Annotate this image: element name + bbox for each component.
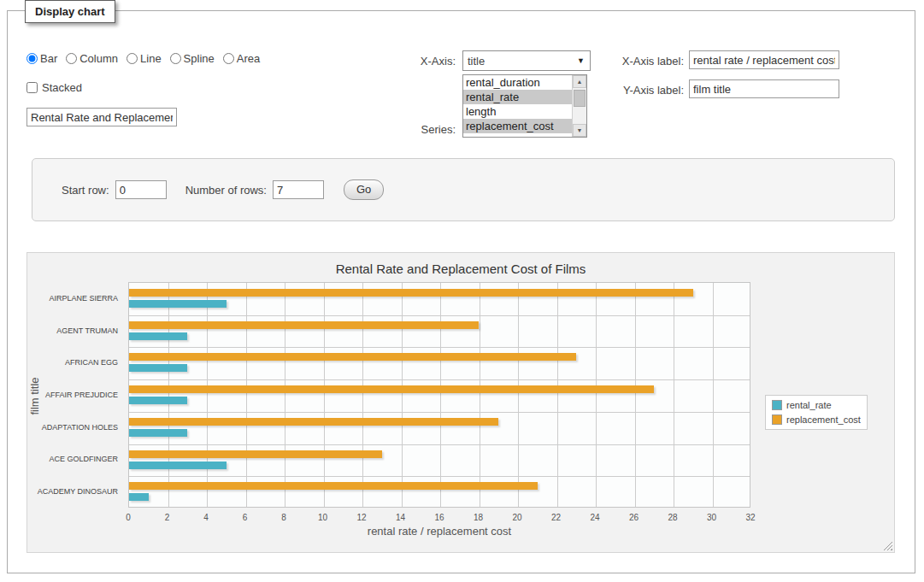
y-axis-label-input[interactable] <box>689 79 839 98</box>
bar-replacement_cost <box>129 353 576 361</box>
bar-replacement_cost <box>129 418 498 426</box>
chart-type-label-line: Line <box>140 52 162 65</box>
bar-replacement_cost <box>129 450 382 458</box>
chart-type-label-area: Area <box>237 52 260 65</box>
bar-replacement_cost <box>129 482 538 490</box>
panel-title: Display chart <box>25 0 115 23</box>
plot-area <box>128 282 750 508</box>
gridline <box>129 476 750 477</box>
display-chart-panel: Display chart BarColumnLineSplineArea St… <box>7 10 915 573</box>
x-axis-label-caption: X-Axis label: <box>568 55 684 68</box>
chart-type-area[interactable]: Area <box>223 52 260 65</box>
gridline <box>129 444 750 445</box>
gridline <box>129 315 750 316</box>
chart-type-label-spline: Spline <box>184 52 215 65</box>
bar-rental_rate <box>129 397 187 404</box>
chart-type-label-column: Column <box>79 52 118 65</box>
start-row-input[interactable] <box>115 180 167 199</box>
y-tick-label: AGENT TRUMAN <box>56 326 118 335</box>
y-tick-label: ADAPTATION HOLES <box>42 423 118 432</box>
y-tick-label: AFFAIR PREJUDICE <box>45 391 118 399</box>
y-tick-label: AFRICAN EGG <box>65 358 118 367</box>
chart-title: Rental Rate and Replacement Cost of Film… <box>27 262 894 276</box>
x-tick-label: 4 <box>203 513 209 522</box>
x-tick-label: 8 <box>281 513 286 522</box>
chart-type-radio-line[interactable] <box>127 53 138 64</box>
legend-entry-replacement_cost: replacement_cost <box>772 414 861 425</box>
gridline <box>129 379 750 380</box>
x-tick-label: 22 <box>551 513 561 522</box>
x-tick-label: 16 <box>434 513 444 522</box>
chart-legend: rental_ratereplacement_cost <box>765 395 868 430</box>
gridline <box>207 283 208 507</box>
series-options: rental_durationrental_ratelengthreplacem… <box>463 75 572 137</box>
gridline <box>402 283 403 507</box>
stacked-label: Stacked <box>42 81 82 94</box>
legend-swatch-rental_rate <box>772 400 782 410</box>
x-tick-label: 28 <box>668 513 677 522</box>
x-tick-label: 14 <box>396 513 405 522</box>
y-tick-label: AIRPLANE SIERRA <box>49 294 118 303</box>
bar-replacement_cost <box>129 385 654 393</box>
x-tick-label: 6 <box>243 513 248 522</box>
x-tick-label: 10 <box>318 513 327 522</box>
gridline <box>635 283 636 507</box>
chart-type-spline[interactable]: Spline <box>170 52 215 65</box>
gridline <box>362 283 363 507</box>
chart-type-radio-spline[interactable] <box>170 53 181 64</box>
chart-type-radio-bar[interactable] <box>26 53 38 64</box>
chart-title-input[interactable] <box>26 108 177 126</box>
y-axis-tick-labels: AIRPLANE SIERRAAGENT TRUMANAFRICAN EGGAF… <box>27 282 123 508</box>
num-rows-input[interactable] <box>273 180 324 199</box>
legend-label-rental_rate: rental_rate <box>786 400 832 410</box>
gridline <box>129 347 750 348</box>
gridline <box>129 412 750 413</box>
gridline <box>246 283 247 507</box>
gridline <box>557 283 558 507</box>
gridline <box>440 283 441 507</box>
gridline <box>596 283 597 507</box>
x-tick-label: 18 <box>474 513 483 522</box>
resize-handle[interactable] <box>883 541 892 550</box>
bar-rental_rate <box>129 429 187 437</box>
series-option-rental_rate[interactable]: rental_rate <box>463 90 572 104</box>
chart-type-label-bar: Bar <box>40 52 57 65</box>
stacked-checkbox[interactable] <box>26 82 38 93</box>
chart-type-group: BarColumnLineSplineArea <box>26 52 260 65</box>
x-tick-label: 24 <box>590 513 599 522</box>
bar-rental_rate <box>129 332 187 340</box>
legend-label-replacement_cost: replacement_cost <box>786 414 861 425</box>
bar-replacement_cost <box>129 321 479 329</box>
series-option-length[interactable]: length <box>463 104 572 119</box>
chart-type-bar[interactable]: Bar <box>26 52 57 65</box>
x-tick-label: 26 <box>629 513 639 522</box>
legend-entry-rental_rate: rental_rate <box>772 400 861 410</box>
gridline <box>168 283 169 507</box>
x-tick-label: 0 <box>126 513 131 522</box>
x-axis-title: rental rate / replacement cost <box>128 525 750 538</box>
chart-type-radio-column[interactable] <box>66 53 77 64</box>
series-option-replacement_cost[interactable]: replacement_cost <box>463 119 572 133</box>
gridline <box>324 283 325 507</box>
gridline <box>480 283 480 507</box>
gridline <box>518 283 519 507</box>
scroll-down-icon[interactable]: ▼ <box>573 124 586 137</box>
x-tick-label: 32 <box>745 513 755 522</box>
x-axis-tick-labels: 02468101214161820222426283032 <box>128 513 750 525</box>
num-rows-label: Number of rows: <box>185 184 267 197</box>
series-option-rental_duration[interactable]: rental_duration <box>463 75 572 90</box>
chart-type-column[interactable]: Column <box>66 52 118 65</box>
x-tick-label: 12 <box>356 513 366 522</box>
go-button[interactable]: Go <box>344 179 384 200</box>
x-tick-label: 2 <box>165 513 170 522</box>
x-axis-label-input[interactable] <box>689 50 839 69</box>
series-caption: Series: <box>384 123 456 136</box>
chart-type-line[interactable]: Line <box>127 52 162 65</box>
legend-swatch-replacement_cost <box>772 414 782 425</box>
x-axis-selected-value: title <box>468 55 485 68</box>
chart-type-radio-area[interactable] <box>223 53 234 64</box>
bar-rental_rate <box>129 461 227 469</box>
y-tick-label: ACE GOLDFINGER <box>49 455 118 463</box>
bar-rental_rate <box>129 364 187 372</box>
stacked-option[interactable]: Stacked <box>26 81 82 94</box>
